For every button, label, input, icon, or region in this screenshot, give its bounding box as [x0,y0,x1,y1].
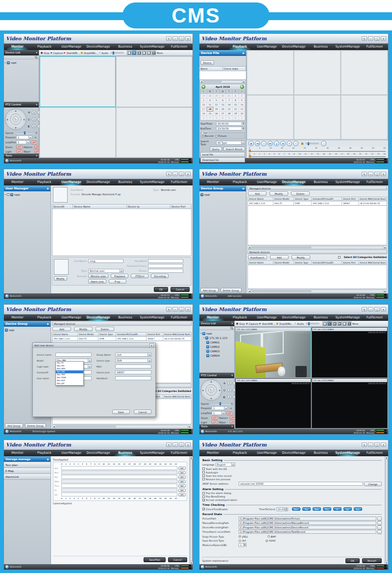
snap-type-radio[interactable] [239,535,241,538]
delete-group-button[interactable]: Delete Group [220,288,242,292]
column-header[interactable]: Device Model [78,333,98,336]
arrow-right-icon[interactable]: ▶ [24,118,25,121]
managed-action-button[interactable]: Add [248,191,267,196]
column-header[interactable]: Device Model [273,261,294,264]
maximize-button[interactable]: □ [179,172,184,176]
vertical-scrollbar[interactable]: ▲▼ [189,456,193,564]
menu-item[interactable]: DeviceManage [85,44,112,50]
maximize-button[interactable]: □ [179,36,184,41]
menu-item[interactable]: FullScreen [361,44,388,50]
calendar-day[interactable]: 31 [226,94,232,98]
calendar-day[interactable]: 22 [232,107,239,111]
checkbox[interactable] [202,468,205,470]
device-tab[interactable]: Device [200,60,214,65]
pin-icon[interactable]: ✎ [166,36,172,41]
menu-item[interactable]: SystemManage [139,450,166,456]
pin-icon[interactable]: ✎ [362,443,367,447]
vertical-scrollbar[interactable]: ▲▼ [385,456,388,564]
mac-field[interactable] [115,365,151,368]
menu-item[interactable]: DeviceManage [280,450,307,456]
calendar-day[interactable]: 29 [232,111,239,116]
device-list-header[interactable]: Device List▾ [199,321,234,326]
day-button[interactable]: Mon [292,507,300,511]
menu-item[interactable]: DeviceManage [85,179,112,185]
calendar-day[interactable]: 5 [226,116,232,120]
playback-audio-button[interactable]: ♪ [321,141,326,146]
menu-item[interactable]: Monitor [4,179,31,185]
column-header[interactable]: Device Type [98,333,116,336]
phone-field[interactable] [148,269,183,273]
video-pane[interactable] [40,107,116,158]
calendar-day[interactable]: 29 [213,94,220,98]
tree-item-camera[interactable]: CAM02 [200,344,233,349]
expander-icon[interactable]: ▾ [200,332,201,335]
audio-button[interactable]: Audio [297,322,304,325]
calendar-next-button[interactable]: ▶ [240,85,244,89]
tree-item-root[interactable]: ▸ root [5,192,49,197]
playback-button[interactable]: ◀◀ [255,141,260,146]
managed-table-row[interactable]: 192.168.1.113Dev.75DVR192.168.1.11334567… [247,202,387,206]
calendar-day[interactable]: 27 [220,111,226,116]
looppoint-select[interactable]: 1▾ [16,140,30,144]
schedule-bar[interactable] [61,475,177,479]
menu-item[interactable]: SystemManage [334,44,361,50]
tree-item-root[interactable]: root [200,192,245,197]
volume-slider[interactable] [306,323,319,324]
maximize-button[interactable]: □ [179,307,184,312]
column-header[interactable]: DeviceID [52,205,73,208]
calendar-day[interactable]: 9 [239,98,245,103]
day-button[interactable]: Sun [354,507,362,511]
playback-button[interactable]: ■ [248,141,254,146]
calendar-day[interactable]: 2 [239,94,245,98]
tree-item-root[interactable]: ▸ root [5,60,38,65]
starttime-input[interactable]: 00:00:00▲▼ [216,122,245,126]
playback-pane[interactable] [294,51,341,95]
day-button[interactable]: Wed [313,507,321,511]
set-button[interactable]: Set [178,471,186,474]
focus-plus-button[interactable]: + [227,389,232,392]
arrow-right-icon[interactable]: ▶ [219,389,220,391]
user-type-select[interactable]: Normal user▾ [88,269,123,273]
layout-grid-button[interactable] [332,321,337,326]
close-button[interactable]: ✕ [185,307,191,312]
menu-item[interactable]: DeviceManage [280,44,307,50]
calendar-day[interactable]: 12 [213,103,220,107]
tree-item-root[interactable]: root [5,328,49,332]
close-button[interactable]: ✕ [381,172,386,176]
schedule-bar[interactable] [61,488,177,492]
light-off-button[interactable]: OFF [212,420,218,424]
menu-item[interactable]: Playback [31,44,58,50]
menu-item[interactable]: DeviceManage [85,450,112,456]
column-header[interactable]: Device Name [248,261,273,264]
menu-item[interactable]: FullScreen [361,450,388,456]
managed-action-button[interactable]: Add [52,327,71,331]
dialog-titlebar[interactable]: Add new device ✕ [33,343,155,348]
purview-button[interactable]: Monitor plan [88,274,108,278]
save-button[interactable]: Save [112,410,130,414]
save-plan-button[interactable]: SavePlan [144,557,166,562]
horizontal-scrollbar[interactable]: ◀▶ [52,425,192,428]
username-field[interactable]: rong [88,259,123,263]
sidebar-item[interactable]: Storage manage ▶ [4,456,50,462]
menu-item[interactable]: FullScreen [166,314,193,321]
calendar-day[interactable]: 25 [207,111,213,116]
calendar-day[interactable]: 6 [220,98,226,103]
tree-item-camera[interactable]: CAM03 [200,349,233,353]
search-result-button[interactable]: Search Result [223,147,245,151]
browse-button[interactable]: … [377,530,382,534]
minimize-button[interactable]: — [172,172,178,176]
focus-plus-button[interactable]: + [32,118,36,121]
menu-item[interactable]: SystemManage [139,44,166,50]
download-list-section[interactable]: Download list [200,157,245,162]
zoom-plus-button[interactable]: + [227,382,232,385]
column-header[interactable]: Device Ip [127,205,171,208]
calendar-day[interactable]: 4 [220,116,226,120]
arrow-left-icon[interactable]: ◀ [6,118,8,121]
layout-grid-button[interactable] [151,51,156,55]
network-table-body[interactable] [247,265,387,289]
maximize-button[interactable]: □ [374,307,380,312]
calendar-day[interactable]: 1 [200,116,207,120]
playback-pane[interactable] [294,95,341,139]
stop-button[interactable]: Stop [239,322,245,325]
path-field[interactable]: C:/Program Files (x86)/CMS 3/User/admin/… [239,530,376,534]
